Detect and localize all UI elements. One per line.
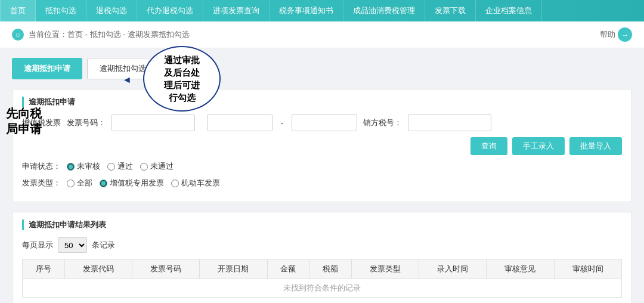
form-row-1: 增值税发票 发票号码： 2019-05-01 - 2019-05-14 销方税号… — [22, 115, 622, 155]
invoice-type-radio-group: 全部 增值税专用发票 机动车发票 — [67, 178, 220, 188]
seller-tax-input[interactable] — [408, 115, 491, 131]
results-title: 逾期抵扣申请结果列表 — [22, 219, 622, 230]
breadcrumb-bar: ☺ 当前位置：首页 - 抵扣勾选 - 逾期发票抵扣勾选 帮助 → — [0, 21, 644, 48]
form-row-2: 申请状态： 未审核 通过 未通过 — [22, 161, 622, 172]
status-approved[interactable]: 通过 — [107, 161, 133, 172]
col-invoice-number: 发票号码 — [132, 259, 199, 279]
annotation-text: 通过审批及后台处理后可进行勾选 — [164, 54, 200, 104]
per-page-select[interactable]: 50 — [58, 237, 87, 253]
nav-agent-refund[interactable]: 代办退税勾选 — [137, 0, 203, 21]
col-review-time: 审核时间 — [554, 259, 621, 279]
breadcrumb-left: ☺ 当前位置：首页 - 抵扣勾选 - 逾期发票抵扣勾选 — [12, 29, 190, 41]
form-card: 逾期抵扣申请 增值税发票 发票号码： 2019-05-01 - 2019-05-… — [12, 89, 632, 202]
batch-import-button[interactable]: 批量导入 — [569, 137, 622, 155]
help-icon: → — [618, 27, 632, 42]
status-rejected[interactable]: 未通过 — [140, 161, 174, 172]
seller-tax-label: 销方税号： — [363, 118, 402, 128]
status-label: 申请状态： — [22, 161, 61, 172]
nav-refund-check[interactable]: 退税勾选 — [86, 0, 137, 21]
nav-home[interactable]: 首页 — [0, 0, 36, 21]
nav-tax-notice[interactable]: 税务事项通知书 — [270, 0, 343, 21]
annotation-arrow: ◄ — [122, 75, 132, 85]
nav-input-invoice[interactable]: 进项发票查询 — [203, 0, 270, 21]
col-amount: 金额 — [267, 259, 309, 279]
breadcrumb-text: 当前位置：首页 - 抵扣勾选 - 逾期发票抵扣勾选 — [29, 29, 190, 40]
apply-button[interactable]: 逾期抵扣申请 — [12, 58, 82, 79]
status-pending[interactable]: 未审核 — [67, 161, 100, 172]
date-start-input[interactable]: 2019-05-01 — [207, 115, 273, 131]
col-issue-date: 开票日期 — [200, 259, 267, 279]
no-data-row: 未找到符合条件的记录 — [23, 279, 622, 298]
col-invoice-type: 发票类型 — [351, 259, 419, 279]
form-row-3: 发票类型： 全部 增值税专用发票 机动车发票 — [22, 178, 622, 188]
user-icon: ☺ — [12, 29, 24, 41]
nav-oil-tax[interactable]: 成品油消费税管理 — [343, 0, 425, 21]
records-label: 条记录 — [92, 240, 115, 251]
form-title: 逾期抵扣申请 — [22, 97, 622, 107]
invoice-code-label: 发票号码： — [67, 118, 106, 128]
results-table: 序号 发票代码 发票号码 开票日期 金额 税额 发票类型 录入时间 审核意见 审… — [22, 259, 622, 298]
help-label: 帮助 — [600, 29, 615, 40]
status-radio-group: 未审核 通过 未通过 — [67, 161, 174, 172]
table-body: 未找到符合条件的记录 — [23, 279, 622, 298]
right-action-buttons: 查询 手工录入 批量导入 — [470, 137, 622, 155]
type-vat[interactable]: 增值税专用发票 — [100, 178, 164, 188]
no-data-text: 未找到符合条件的记录 — [23, 279, 622, 298]
invoice-code-input[interactable] — [112, 115, 195, 131]
per-page-label: 每页显示 — [22, 240, 53, 251]
invoice-type-label2: 发票类型： — [22, 178, 61, 188]
help-button[interactable]: 帮助 → — [600, 27, 632, 42]
col-entry-time: 录入时间 — [419, 259, 487, 279]
date-end-input[interactable]: 2019-05-14 — [292, 115, 357, 131]
top-navigation: 首页 抵扣勾选 退税勾选 代办退税勾选 进项发票查询 税务事项通知书 成品油消费… — [0, 0, 644, 21]
results-controls: 每页显示 50 条记录 — [22, 237, 622, 253]
nav-enterprise-info[interactable]: 企业档案信息 — [476, 0, 542, 21]
query-button[interactable]: 查询 — [470, 137, 507, 155]
nav-deduct-check[interactable]: 抵扣勾选 — [36, 0, 86, 21]
col-index: 序号 — [23, 259, 65, 279]
side-annotation: 先向税局申请 — [6, 106, 42, 137]
action-button-row: 逾期抵扣申请 逾期抵扣勾选 通过审批及后台处理后可进行勾选 ◄ 先向税局申请 — [12, 58, 632, 79]
main-content: 逾期抵扣申请 逾期抵扣勾选 通过审批及后台处理后可进行勾选 ◄ 先向税局申请 逾… — [0, 48, 644, 303]
manual-entry-button[interactable]: 手工录入 — [512, 137, 565, 155]
type-all[interactable]: 全部 — [67, 178, 92, 188]
table-header: 序号 发票代码 发票号码 开票日期 金额 税额 发票类型 录入时间 审核意见 审… — [23, 259, 622, 279]
col-review-comment: 审核意见 — [487, 259, 554, 279]
col-tax: 税额 — [309, 259, 352, 279]
results-card: 逾期抵扣申请结果列表 每页显示 50 条记录 序号 发票代码 发票号码 开票日期… — [12, 212, 632, 303]
col-invoice-code: 发票代码 — [64, 259, 132, 279]
type-vehicle[interactable]: 机动车发票 — [171, 178, 220, 188]
date-dash: - — [278, 119, 286, 128]
annotation-bubble: 通过审批及后台处理后可进行勾选 — [143, 46, 221, 112]
nav-invoice-download[interactable]: 发票下载 — [425, 0, 476, 21]
